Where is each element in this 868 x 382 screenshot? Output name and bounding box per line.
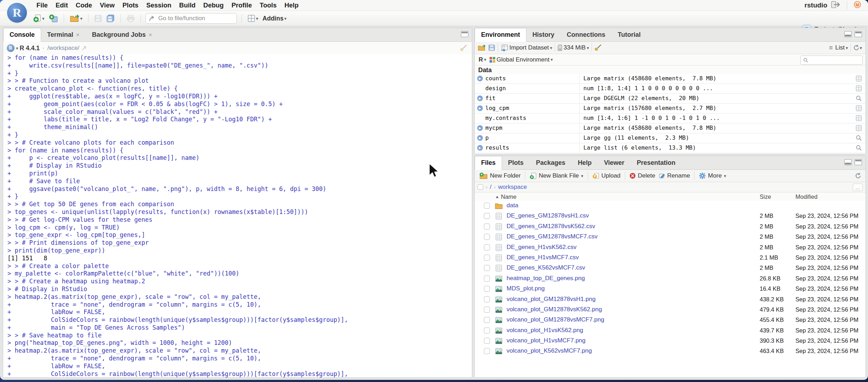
table-icon[interactable] [856, 115, 862, 123]
chevron-down-icon[interactable]: ▾ [484, 57, 486, 62]
file-checkbox[interactable] [484, 244, 490, 250]
new-file-button[interactable]: ▾ [32, 13, 46, 23]
expand-icon[interactable]: ▶ [477, 135, 483, 141]
file-checkbox[interactable] [484, 276, 490, 282]
chevron-down-icon[interactable]: ▾ [860, 46, 862, 50]
file-checkbox[interactable] [484, 307, 490, 313]
console-tab[interactable]: Background Jobs × [86, 28, 159, 41]
file-row[interactable]: volcano_plot_GM12878vsMCF7.png 455.4 KB … [475, 315, 866, 325]
sign-out-icon[interactable] [831, 1, 841, 10]
file-name-link[interactable]: DE_genes_GM12878vsH1.csv [507, 212, 589, 219]
open-file-button[interactable]: ▾ [69, 13, 84, 23]
print-button[interactable] [125, 14, 136, 23]
environment-tab[interactable]: History [526, 28, 561, 41]
environment-object-row[interactable]: ▶ log_cpm Large matrix (157680 elements,… [475, 104, 866, 114]
console-output[interactable]: > for (name in names(results)) { + write… [3, 54, 472, 377]
chevron-down-icon[interactable]: ▾ [80, 16, 83, 21]
file-name-link[interactable]: volcano_plot_GM12878vsH1.png [507, 296, 595, 303]
r-version-label[interactable]: R 4.4.1 [20, 45, 40, 52]
save-workspace-icon[interactable] [488, 44, 495, 51]
menu-item[interactable]: Edit [52, 0, 72, 11]
chevron-down-icon[interactable]: ▾ [846, 46, 848, 50]
rename-button[interactable]: Rename [657, 172, 692, 180]
close-icon[interactable]: × [76, 31, 80, 39]
environment-object-row[interactable]: ▶ fit Large DGEGLM (22 elements, 20 MB) [475, 94, 866, 104]
files-tab[interactable]: Help [572, 156, 598, 169]
file-name-link[interactable]: volcano_plot_GM12878vsMCF7.png [507, 316, 604, 323]
language-selector[interactable]: R [479, 56, 483, 63]
view-directory-icon[interactable] [81, 45, 87, 51]
goto-file-function-input[interactable]: Go to file/function [145, 13, 237, 24]
sort-asc-icon[interactable]: ▲ [495, 195, 499, 199]
new-project-button[interactable] [48, 13, 59, 23]
upload-button[interactable]: Upload [590, 172, 622, 180]
new-folder-button[interactable]: New Folder [478, 172, 522, 180]
list-view-button[interactable]: List [835, 44, 844, 51]
file-name-link[interactable]: data [507, 202, 518, 209]
file-row[interactable]: DE_genes_K562vsMCF7.csv 2 MB Sep 23, 202… [475, 263, 866, 273]
files-tab[interactable]: Plots [502, 156, 530, 169]
file-row[interactable]: volcano_plot_H1vsK562.png 439.7 KB Sep 2… [475, 326, 866, 336]
environment-tab[interactable]: Tutorial [612, 28, 647, 41]
environment-object-row[interactable]: my.contrasts num [1:4, 1:6] 1 -1 0 0 1 0… [475, 114, 866, 123]
table-icon[interactable] [856, 75, 862, 83]
clear-console-icon[interactable] [460, 45, 468, 52]
menu-item[interactable]: File [33, 0, 52, 11]
files-tab[interactable]: Presentation [631, 156, 682, 169]
chevron-down-icon[interactable]: ▾ [587, 46, 589, 50]
maximize-pane-icon[interactable] [855, 31, 862, 37]
file-row[interactable]: DE_genes_GM12878vsMCF7.csv 2 MB Sep 23, … [475, 232, 866, 242]
magnifier-icon[interactable] [856, 145, 862, 152]
environment-tab[interactable]: Connections [561, 28, 612, 41]
table-icon[interactable] [856, 105, 862, 113]
file-checkbox[interactable] [484, 317, 490, 323]
refresh-icon[interactable] [855, 173, 861, 179]
memory-usage-label[interactable]: 334 MiB [564, 44, 586, 51]
maximize-pane-icon[interactable] [461, 31, 468, 37]
file-row[interactable]: volcano_plot_GM12878vsH1.png 438.2 KB Se… [475, 295, 866, 305]
column-name[interactable]: Name [501, 193, 516, 200]
save-button[interactable] [93, 14, 103, 23]
file-name-link[interactable]: volcano_plot_K562vsMCF7.png [507, 347, 592, 354]
minimize-pane-icon[interactable] [844, 31, 852, 37]
menu-item[interactable]: Debug [199, 0, 228, 11]
file-checkbox[interactable] [484, 234, 490, 240]
file-name-link[interactable]: volcano_plot_H1vsMCF7.png [507, 337, 586, 344]
expand-icon[interactable]: ▶ [477, 125, 483, 131]
menu-item[interactable]: Plots [119, 0, 142, 11]
minimize-pane-icon[interactable] [844, 159, 852, 165]
files-tab[interactable]: Viewer [598, 156, 631, 169]
breadcrumb-root[interactable]: / [490, 184, 492, 191]
files-tab[interactable]: Files [475, 156, 502, 170]
working-directory[interactable]: /workspace/ [47, 45, 80, 52]
file-row[interactable]: MDS_plot.png 16.4 KB Sep 23, 2024, 12:56… [475, 284, 866, 294]
menu-item[interactable]: Build [175, 0, 199, 11]
environment-object-row[interactable]: ▶ p Large gg (11 elements, 2.3 MB) [475, 133, 866, 143]
file-checkbox[interactable] [484, 348, 490, 354]
chevron-down-icon[interactable]: ▾ [42, 16, 45, 21]
table-icon[interactable] [856, 85, 862, 93]
environment-object-row[interactable]: ▶ mycpm Large matrix (458680 elements, 7… [475, 123, 866, 133]
environment-object-row[interactable]: ▶ results Large list (6 elements, 13.3 M… [475, 143, 866, 153]
menu-item[interactable]: Help [280, 0, 302, 11]
files-tab[interactable]: Packages [530, 156, 572, 169]
file-name-link[interactable]: DE_genes_H1vsMCF7.csv [507, 254, 579, 261]
environment-object-row[interactable]: design num [1:8, 1:4] 1 1 0 0 0 0 0 0 0 … [475, 84, 866, 94]
addins-button[interactable]: Addins ▾ [262, 14, 288, 23]
file-checkbox[interactable] [484, 213, 490, 219]
chevron-down-icon[interactable]: ▾ [16, 46, 18, 51]
chevron-down-icon[interactable]: ▾ [550, 46, 553, 50]
environment-tab[interactable]: Environment [475, 28, 526, 42]
environment-search-input[interactable] [800, 56, 863, 65]
console-tab[interactable]: Terminal × [41, 28, 86, 41]
environment-selector[interactable]: Global Environment [497, 56, 549, 63]
file-row[interactable]: heatmap_top_DE_genes.png 26.8 KB Sep 23,… [475, 274, 866, 284]
file-checkbox[interactable] [484, 203, 490, 209]
file-checkbox[interactable] [484, 286, 490, 292]
expand-icon[interactable]: ▶ [477, 76, 483, 81]
new-blank-file-button[interactable]: New Blank File ▾ [528, 172, 585, 180]
file-name-link[interactable]: heatmap_top_DE_genes.png [507, 275, 585, 282]
file-name-link[interactable]: MDS_plot.png [507, 285, 545, 292]
breadcrumb-more-button[interactable]: … [853, 184, 863, 191]
expand-icon[interactable]: ▶ [477, 145, 483, 151]
